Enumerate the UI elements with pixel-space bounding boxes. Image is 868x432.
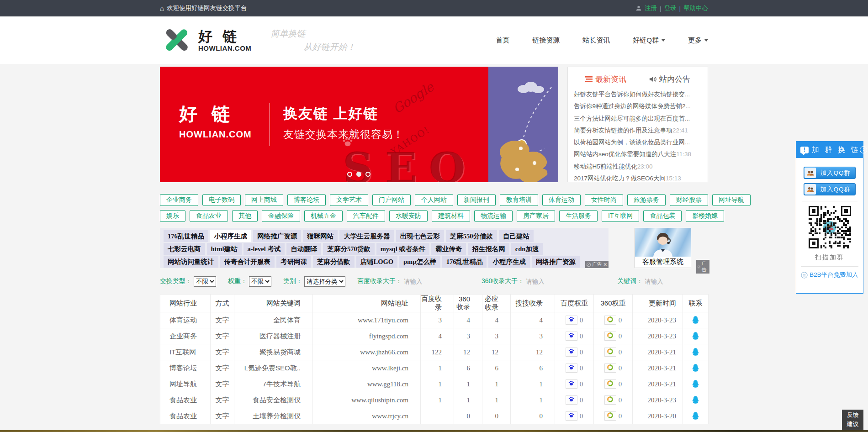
tag-link[interactable]: a-level 考试 [243,243,285,255]
feedback-button[interactable]: 反馈 建议 [842,410,863,430]
category-button[interactable]: 影楼婚嫁 [686,210,724,222]
cell-site-url[interactable]: flyingspd.com [313,328,421,344]
cell-site-url[interactable]: www.171tiyu.com [313,312,421,328]
category-button[interactable]: 物流运输 [474,210,513,222]
tag-link[interactable]: 自动翻译 [286,243,321,255]
qq-contact-icon[interactable] [691,364,700,373]
news-item-link[interactable]: 以荷柏园网站为例，谈谈化妆品类行业网... [574,137,702,148]
category-button[interactable]: 机械五金 [304,210,343,222]
carousel-dot-active[interactable] [356,172,361,177]
category-button[interactable]: 电子数码 [202,194,241,206]
tag-link[interactable]: 176乱世精品 [164,230,208,242]
nav-item[interactable]: 首页 [496,36,509,45]
tag-link[interactable]: 大学生云服务器 [339,230,394,242]
ad-badge[interactable]: 广告 ✕ [585,261,609,268]
category-button[interactable]: 新闻报刊 [457,194,496,206]
category-button[interactable]: 水暖安防 [389,210,428,222]
category-button[interactable]: 女性时尚 [585,194,623,206]
category-button[interactable]: 生活服务 [559,210,598,222]
news-item-link[interactable]: 2017网站优化吃力？做SEO6大问15:13 [574,173,702,184]
ad-badge[interactable]: 广告 [696,260,709,274]
news-item-link[interactable]: 网站站内seo优化你需要知道的八大注11:38 [574,148,702,160]
join-qq-group-button[interactable]: 加入QQ群 [804,183,856,195]
category-button[interactable]: 体育运动 [542,194,581,206]
category-button[interactable]: 门户网站 [372,194,411,206]
tag-link[interactable]: 店铺LOGO [356,256,398,268]
qq-contact-icon[interactable] [691,395,700,405]
tag-link[interactable]: 猫咪网站 [303,230,338,242]
tag-link[interactable]: 考研网课 [276,256,311,268]
tab-site-notice[interactable]: 站内公告 [649,74,690,84]
category-button[interactable]: 网址导航 [712,194,751,206]
cell-site-url[interactable]: www.jhzh66.com [313,344,421,360]
news-item-link[interactable]: 告诉你9种通过身边的网络媒体免费营销2... [574,100,702,112]
tag-link[interactable]: 小程序生成 [488,256,530,268]
category-button[interactable]: 食品包装 [643,210,682,222]
baidu-index-input[interactable] [404,278,454,285]
qq-contact-icon[interactable] [691,348,700,357]
category-button[interactable]: 旅游票务 [627,194,666,206]
news-item-link[interactable]: 移动端H5前端性能优化23:00 [574,161,702,173]
ad-close-icon[interactable]: ✕ [603,262,607,267]
nav-item[interactable]: 链接资源 [532,36,560,45]
tag-link[interactable]: 小程序生成 [210,230,252,242]
b2b-join-link[interactable]: B2B平台免费加入 [796,271,863,279]
category-button[interactable]: 其他 [232,210,258,222]
news-item-link[interactable]: 简要分析友情链接的作用及注意事项22:41 [574,125,702,137]
tag-link[interactable]: 芝麻550分借款 [446,230,497,242]
category-button[interactable]: 娱乐 [160,210,185,222]
tag-link[interactable]: cdn加速 [511,243,543,255]
tag-link[interactable]: mysql 或者条件 [376,243,430,255]
carousel-dot[interactable] [365,172,370,177]
tab-latest-news[interactable]: 最新资讯 [585,74,626,84]
tag-link[interactable]: 传奇合计开服表 [220,256,275,268]
360-index-input[interactable] [526,278,576,285]
category-button[interactable]: 文学艺术 [330,194,368,206]
tag-link[interactable]: html建站 [207,243,242,255]
tag-link[interactable]: 176乱世精品 [442,256,487,268]
service-ad[interactable]: 客服管理系统 [635,228,691,268]
nav-item[interactable]: 好链Q群 [633,36,665,45]
keyword-input[interactable] [645,278,695,285]
news-item-link[interactable]: 好链友链平台告诉你如何做好友情链接交... [574,89,702,100]
category-button[interactable]: 房产家居 [517,210,555,222]
login-link[interactable]: 登录 [664,4,676,12]
join-qq-group-button[interactable]: 加入QQ群 [804,167,856,179]
category-button[interactable]: 食品农业 [190,210,228,222]
carousel-dot[interactable] [347,172,352,177]
tag-link[interactable]: 网络推广资源 [532,256,580,268]
qq-contact-icon[interactable] [691,332,700,341]
register-link[interactable]: 注册 [645,4,657,12]
tag-link[interactable]: 招生报名网 [468,243,509,255]
category-button[interactable]: 博客论坛 [287,194,326,206]
category-select[interactable]: 请选择分类 [304,276,345,287]
category-button[interactable]: 财经股票 [670,194,708,206]
category-button[interactable]: 企业商务 [160,194,198,206]
category-button[interactable]: 个人网站 [415,194,453,206]
cell-site-url[interactable]: www.lkeji.cn [313,360,421,376]
category-button[interactable]: 网上商城 [245,194,283,206]
tag-link[interactable]: 网站访问量统计 [164,256,218,268]
category-button[interactable]: 汽车配件 [347,210,385,222]
category-button[interactable]: 建筑材料 [432,210,470,222]
tag-link[interactable]: 自己建站 [499,230,534,242]
tag-link[interactable]: 霸业传奇 [431,243,466,255]
tag-link[interactable]: 出现七色云彩 [396,230,444,242]
cell-site-url[interactable]: www.trjcy.cn [313,408,421,424]
tag-link[interactable]: 芝麻分借款 [313,256,355,268]
circle-arrow-icon[interactable]: › [860,146,867,153]
nav-item[interactable]: 站长资讯 [582,36,610,45]
qq-contact-icon[interactable] [691,316,700,325]
cell-site-url[interactable]: www.qilushipin.com [313,392,421,408]
weight-select[interactable]: 不限 [249,276,271,287]
tag-link[interactable]: 网络推广资源 [253,230,301,242]
qq-contact-icon[interactable] [691,411,700,421]
nav-item[interactable]: 更多 [688,36,708,45]
tag-link[interactable]: pmp怎么样 [399,256,440,268]
qq-contact-icon[interactable] [691,379,700,389]
tag-link[interactable]: 七彩云电商 [164,243,205,255]
category-button[interactable]: 金融保险 [262,210,300,222]
exchange-type-select[interactable]: 不限 [194,276,216,287]
category-button[interactable]: IT互联网 [602,210,639,222]
category-button[interactable]: 教育培训 [500,194,538,206]
